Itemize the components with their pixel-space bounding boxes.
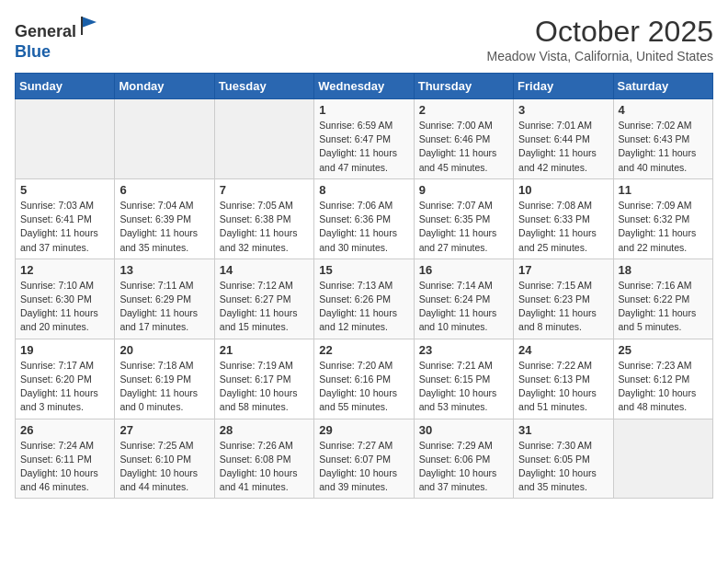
calendar-cell: 19Sunrise: 7:17 AM Sunset: 6:20 PM Dayli… [16, 339, 115, 419]
day-info: Sunrise: 7:10 AM Sunset: 6:30 PM Dayligh… [20, 279, 109, 335]
day-number: 7 [220, 183, 309, 197]
calendar-week-row: 26Sunrise: 7:24 AM Sunset: 6:11 PM Dayli… [16, 419, 713, 499]
day-info: Sunrise: 7:05 AM Sunset: 6:38 PM Dayligh… [220, 199, 309, 255]
svg-marker-0 [82, 17, 97, 28]
calendar-cell [214, 99, 313, 179]
day-number: 10 [518, 183, 608, 197]
calendar-cell: 29Sunrise: 7:27 AM Sunset: 6:07 PM Dayli… [314, 419, 414, 499]
calendar-cell [115, 99, 214, 179]
day-number: 23 [419, 343, 508, 357]
day-number: 18 [619, 263, 708, 277]
day-info: Sunrise: 7:03 AM Sunset: 6:41 PM Dayligh… [20, 199, 109, 255]
title-block: October 2025 Meadow Vista, California, U… [487, 15, 713, 63]
day-info: Sunrise: 7:27 AM Sunset: 6:07 PM Dayligh… [319, 439, 408, 495]
day-info: Sunrise: 7:09 AM Sunset: 6:32 PM Dayligh… [619, 199, 708, 255]
day-number: 9 [419, 183, 508, 197]
calendar-cell: 6Sunrise: 7:04 AM Sunset: 6:39 PM Daylig… [115, 178, 214, 259]
day-number: 12 [20, 263, 109, 277]
day-info: Sunrise: 7:26 AM Sunset: 6:08 PM Dayligh… [220, 439, 309, 495]
day-number: 26 [20, 423, 109, 437]
day-number: 3 [518, 103, 608, 117]
day-number: 14 [220, 263, 309, 277]
day-number: 15 [319, 263, 408, 277]
calendar-cell: 25Sunrise: 7:23 AM Sunset: 6:12 PM Dayli… [613, 339, 712, 419]
calendar-cell: 23Sunrise: 7:21 AM Sunset: 6:15 PM Dayli… [414, 339, 513, 419]
calendar-cell: 28Sunrise: 7:26 AM Sunset: 6:08 PM Dayli… [214, 419, 313, 499]
day-info: Sunrise: 7:11 AM Sunset: 6:29 PM Dayligh… [119, 279, 209, 335]
day-info: Sunrise: 7:17 AM Sunset: 6:20 PM Dayligh… [20, 359, 109, 415]
day-info: Sunrise: 7:20 AM Sunset: 6:16 PM Dayligh… [319, 359, 408, 415]
calendar-cell: 27Sunrise: 7:25 AM Sunset: 6:10 PM Dayli… [115, 419, 214, 499]
calendar-cell: 3Sunrise: 7:01 AM Sunset: 6:44 PM Daylig… [514, 99, 613, 179]
calendar-cell [16, 99, 115, 179]
calendar-cell: 10Sunrise: 7:08 AM Sunset: 6:33 PM Dayli… [514, 178, 613, 259]
day-number: 25 [619, 343, 708, 357]
day-info: Sunrise: 7:06 AM Sunset: 6:36 PM Dayligh… [319, 199, 408, 255]
calendar-cell: 8Sunrise: 7:06 AM Sunset: 6:36 PM Daylig… [314, 178, 414, 259]
calendar-cell: 5Sunrise: 7:03 AM Sunset: 6:41 PM Daylig… [16, 178, 115, 259]
day-info: Sunrise: 7:18 AM Sunset: 6:19 PM Dayligh… [119, 359, 209, 415]
day-info: Sunrise: 7:15 AM Sunset: 6:23 PM Dayligh… [518, 279, 608, 335]
day-number: 20 [119, 343, 209, 357]
calendar-cell: 9Sunrise: 7:07 AM Sunset: 6:35 PM Daylig… [414, 178, 513, 259]
calendar-cell: 30Sunrise: 7:29 AM Sunset: 6:06 PM Dayli… [414, 419, 513, 499]
day-info: Sunrise: 7:21 AM Sunset: 6:15 PM Dayligh… [419, 359, 508, 415]
calendar-cell: 16Sunrise: 7:14 AM Sunset: 6:24 PM Dayli… [414, 259, 513, 339]
day-info: Sunrise: 7:12 AM Sunset: 6:27 PM Dayligh… [220, 279, 309, 335]
calendar-cell: 24Sunrise: 7:22 AM Sunset: 6:13 PM Dayli… [514, 339, 613, 419]
day-number: 17 [518, 263, 608, 277]
day-info: Sunrise: 7:13 AM Sunset: 6:26 PM Dayligh… [319, 279, 408, 335]
day-number: 1 [319, 103, 408, 117]
calendar-cell: 20Sunrise: 7:18 AM Sunset: 6:19 PM Dayli… [115, 339, 214, 419]
day-number: 29 [319, 423, 408, 437]
weekday-header: Wednesday [314, 74, 414, 99]
page-header: General Blue October 2025 Meadow Vista, … [15, 15, 713, 63]
day-info: Sunrise: 7:24 AM Sunset: 6:11 PM Dayligh… [20, 439, 109, 495]
day-number: 13 [119, 263, 209, 277]
day-number: 19 [20, 343, 109, 357]
day-number: 6 [119, 183, 209, 197]
day-info: Sunrise: 7:19 AM Sunset: 6:17 PM Dayligh… [220, 359, 309, 415]
month-title: October 2025 [487, 15, 713, 49]
day-info: Sunrise: 7:22 AM Sunset: 6:13 PM Dayligh… [518, 359, 608, 415]
calendar-cell: 14Sunrise: 7:12 AM Sunset: 6:27 PM Dayli… [214, 259, 313, 339]
calendar-cell: 26Sunrise: 7:24 AM Sunset: 6:11 PM Dayli… [16, 419, 115, 499]
calendar-cell: 18Sunrise: 7:16 AM Sunset: 6:22 PM Dayli… [613, 259, 712, 339]
calendar-cell: 7Sunrise: 7:05 AM Sunset: 6:38 PM Daylig… [214, 178, 313, 259]
calendar-week-row: 12Sunrise: 7:10 AM Sunset: 6:30 PM Dayli… [16, 259, 713, 339]
calendar-week-row: 19Sunrise: 7:17 AM Sunset: 6:20 PM Dayli… [16, 339, 713, 419]
weekday-header: Friday [514, 74, 613, 99]
day-info: Sunrise: 7:08 AM Sunset: 6:33 PM Dayligh… [518, 199, 608, 255]
calendar-week-row: 5Sunrise: 7:03 AM Sunset: 6:41 PM Daylig… [16, 178, 713, 259]
calendar-table: SundayMondayTuesdayWednesdayThursdayFrid… [15, 73, 713, 499]
day-info: Sunrise: 7:07 AM Sunset: 6:35 PM Dayligh… [419, 199, 508, 255]
day-info: Sunrise: 6:59 AM Sunset: 6:47 PM Dayligh… [319, 119, 408, 175]
day-info: Sunrise: 7:23 AM Sunset: 6:12 PM Dayligh… [619, 359, 708, 415]
day-info: Sunrise: 7:14 AM Sunset: 6:24 PM Dayligh… [419, 279, 508, 335]
day-number: 2 [419, 103, 508, 117]
day-number: 31 [518, 423, 608, 437]
svg-rect-1 [81, 17, 83, 35]
calendar-header-row: SundayMondayTuesdayWednesdayThursdayFrid… [16, 74, 713, 99]
calendar-cell: 17Sunrise: 7:15 AM Sunset: 6:23 PM Dayli… [514, 259, 613, 339]
day-info: Sunrise: 7:00 AM Sunset: 6:46 PM Dayligh… [419, 119, 508, 175]
weekday-header: Tuesday [214, 74, 313, 99]
day-number: 11 [619, 183, 708, 197]
day-number: 24 [518, 343, 608, 357]
day-number: 28 [220, 423, 309, 437]
logo-blue: Blue [15, 42, 51, 61]
calendar-cell: 21Sunrise: 7:19 AM Sunset: 6:17 PM Dayli… [214, 339, 313, 419]
day-number: 30 [419, 423, 508, 437]
day-info: Sunrise: 7:04 AM Sunset: 6:39 PM Dayligh… [119, 199, 209, 255]
day-number: 27 [119, 423, 209, 437]
day-number: 8 [319, 183, 408, 197]
calendar-cell: 4Sunrise: 7:02 AM Sunset: 6:43 PM Daylig… [613, 99, 712, 179]
day-info: Sunrise: 7:29 AM Sunset: 6:06 PM Dayligh… [419, 439, 508, 495]
day-number: 4 [619, 103, 708, 117]
calendar-cell: 12Sunrise: 7:10 AM Sunset: 6:30 PM Dayli… [16, 259, 115, 339]
calendar-cell: 11Sunrise: 7:09 AM Sunset: 6:32 PM Dayli… [613, 178, 712, 259]
day-info: Sunrise: 7:30 AM Sunset: 6:05 PM Dayligh… [518, 439, 608, 495]
day-number: 16 [419, 263, 508, 277]
day-info: Sunrise: 7:16 AM Sunset: 6:22 PM Dayligh… [619, 279, 708, 335]
weekday-header: Sunday [16, 74, 115, 99]
